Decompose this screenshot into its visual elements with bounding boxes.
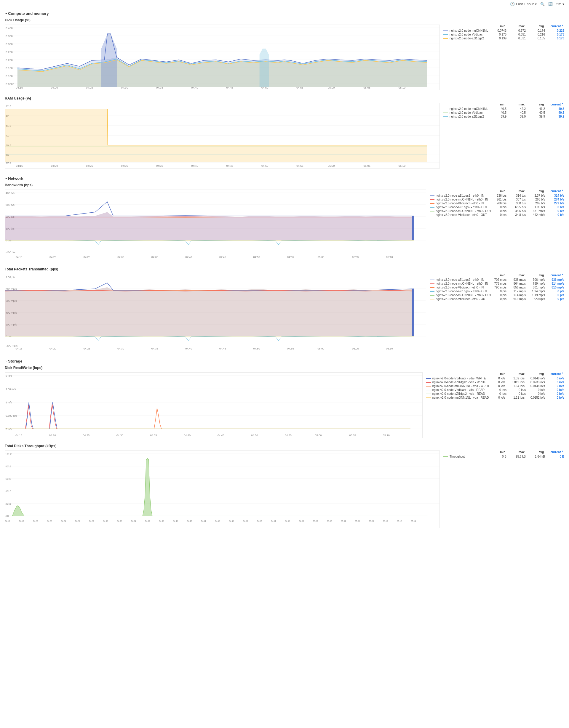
ram-legend-color-1 [443,113,448,113]
svg-text:04:45: 04:45 [219,347,226,350]
svg-text:05:02: 05:02 [327,519,332,522]
svg-text:0.250: 0.250 [6,51,13,54]
disk-io-legend-item-0: nginx-v2.0-node-Vbdiuacr - vda - WRITE 0… [426,377,564,380]
svg-text:04:15: 04:15 [15,434,22,437]
packets-legend-item-4: nginx-v2.0-node-muONN1NL - eth0 - OUT 0 … [430,294,564,297]
svg-text:04:18: 04:18 [19,519,24,522]
disk-io-chart-title: Disk Read/Write (iops) [5,366,564,370]
packets-legend-item-3: nginx-v2.0-node-aZl1dgs2 - eth0 - OUT 0 … [430,290,564,293]
svg-text:04:20: 04:20 [33,519,38,522]
ram-legend-item-1: nginx-v2.0-node-Vbdiuacr 40.5 40.5 40.5 … [443,111,564,114]
svg-text:04:30: 04:30 [103,519,108,522]
ram-legend-item-2: nginx-v2.0-node-aZl1dgs2 39.9 39.9 39.9 … [443,115,564,118]
ram-chart-container: RAM Usage (%) 42.5 42 41.5 41 40.5 40 39… [0,95,569,173]
bandwidth-chart-area: 400 b/s 300 b/s 200 b/s 100 b/s 0 b/s -1… [5,190,564,261]
cpu-legend-color-2 [443,38,448,39]
svg-text:04:50: 04:50 [253,347,260,350]
bandwidth-legend-item-5: nginx-v2.0-node-Vbdiuacr - eth0 - OUT 0 … [430,213,564,217]
bandwidth-svg: 400 b/s 300 b/s 200 b/s 100 b/s 0 b/s -1… [5,190,426,261]
interval-selector[interactable]: 5m ▾ [556,2,564,6]
svg-text:04:45: 04:45 [226,164,233,167]
svg-text:0.400: 0.400 [6,27,13,30]
network-title: ~ Network [5,176,23,181]
refresh-button[interactable]: 🔄 [548,2,553,6]
svg-text:42.5: 42.5 [6,105,11,108]
packets-svg: 1.00 p/s 800 mp/s 600 mp/s 400 mp/s 200 … [5,274,426,351]
svg-text:2 io/s: 2 io/s [6,374,12,377]
svg-text:04:20: 04:20 [51,86,58,89]
disk-io-legend-item-1: nginx-v2.0-node-aZl1dgs2 - vda - WRITE 0… [426,381,564,384]
cpu-svg: 0.400 0.350 0.300 0.250 0.200 0.150 0.10… [5,25,440,90]
compute-section-header[interactable]: ~ Compute and memory [0,8,569,17]
svg-text:04:20: 04:20 [51,164,58,167]
disk-io-legend-item-5: nginx-v2.0-node-muONN1NL - vda - READ 0 … [426,396,564,399]
svg-text:04:26: 04:26 [75,519,80,522]
ram-legend-item-0: nginx-v2.0-node-muONN1NL 40.5 42.2 41.2 … [443,107,564,110]
ram-legend-color-0 [443,109,448,109]
packets-svg-wrapper: 1.00 p/s 800 mp/s 600 mp/s 400 mp/s 200 … [5,274,426,351]
cpu-legend-item-1: nginx-v2.0-node-Vbdiuacr 0.175 0.351 0.2… [443,33,564,36]
svg-text:0.300: 0.300 [6,43,13,46]
disk-throughput-chart-container: Total Disks Throughput (kBps) 100 kB 80 … [0,443,569,533]
bandwidth-svg-wrapper: 400 b/s 300 b/s 200 b/s 100 b/s 0 b/s -1… [5,190,426,261]
disk-throughput-legend-item-0: Throughput 0 B 95.6 kB 1.64 kB 0 B [443,455,564,458]
packets-chart-container: Total Packets Transmitted (pps) 1.00 p/s… [0,266,569,356]
svg-text:04:40: 04:40 [184,434,190,437]
svg-text:04:24: 04:24 [61,519,66,522]
disk-io-chart-container: Disk Read/Write (iops) 2 io/s 1.50 io/s … [0,365,569,443]
svg-text:60 kB: 60 kB [6,477,11,480]
cpu-legend: min max avg current ˅ nginx-v2.0-node-mu… [440,25,564,90]
ram-chart-title: RAM Usage (%) [5,96,564,100]
svg-text:0 B: 0 B [6,515,9,518]
cpu-legend-color-0 [443,31,448,31]
packets-legend-item-1: nginx-v2.0-node-muONN1NL - eth0 - IN 778… [430,282,564,285]
svg-text:04:40: 04:40 [185,256,192,259]
svg-text:04:55: 04:55 [287,347,294,350]
svg-text:05:12: 05:12 [397,519,402,522]
time-range-selector[interactable]: 🕐 Last 1 hour ▾ [510,2,537,6]
bandwidth-legend-item-0: nginx-v2.0-node-aZl1dgs2 - eth0 - IN 236… [430,194,564,197]
cpu-legend-label-0: nginx-v2.0-node-muONN1NL [450,29,488,32]
packets-chart-title: Total Packets Transmitted (pps) [5,267,564,271]
svg-text:04:28: 04:28 [89,519,94,522]
storage-section-header[interactable]: ~ Storage [0,356,569,365]
bandwidth-legend-item-3: nginx-v2.0-node-aZl1dgs2 - eth0 - OUT 0 … [430,206,564,209]
svg-text:04:50: 04:50 [261,86,268,89]
ram-legend-header: min max avg current ˅ [443,103,564,106]
svg-text:04:36: 04:36 [145,519,150,522]
svg-text:04:50: 04:50 [243,519,248,522]
search-button[interactable]: 🔍 [540,2,545,6]
svg-text:04:15: 04:15 [15,256,22,259]
svg-text:400 b/s: 400 b/s [6,192,15,195]
svg-text:04:35: 04:35 [151,347,158,350]
svg-text:04:20: 04:20 [49,347,56,350]
svg-text:04:45: 04:45 [217,434,224,437]
ram-chart-area: 42.5 42 41.5 41 40.5 40 39.5 04:15 04:20… [5,103,564,169]
svg-text:04:58: 04:58 [299,519,304,522]
svg-text:05:08: 05:08 [369,519,374,522]
svg-text:05:10: 05:10 [399,86,406,89]
svg-text:05:10: 05:10 [386,256,393,259]
svg-text:05:10: 05:10 [399,164,406,167]
svg-text:04:30: 04:30 [116,434,123,437]
svg-text:04:55: 04:55 [287,256,294,259]
svg-text:05:00: 05:00 [328,164,335,167]
ram-svg-wrapper: 42.5 42 41.5 41 40.5 40 39.5 04:15 04:20… [5,103,440,169]
svg-text:04:22: 04:22 [47,519,52,522]
svg-text:0.100: 0.100 [6,75,13,78]
packets-legend-header: min max avg current ˅ [430,274,564,277]
svg-text:04:34: 04:34 [131,519,136,522]
svg-text:04:30: 04:30 [121,86,128,89]
storage-title: ~ Storage [5,359,23,363]
svg-text:04:25: 04:25 [86,164,93,167]
refresh-icon: 🔄 [548,2,553,6]
packets-legend-item-2: nginx-v2.0-node-Vbdiuacr - eth0 - IN 790… [430,286,564,289]
svg-text:05:10: 05:10 [386,347,393,350]
cpu-legend-color-1 [443,34,448,35]
packets-chart-area: 1.00 p/s 800 mp/s 600 mp/s 400 mp/s 200 … [5,274,564,351]
svg-rect-100 [412,289,414,336]
svg-text:04:20: 04:20 [49,256,56,259]
network-section-header[interactable]: ~ Network [0,173,569,182]
disk-io-legend-header: min max avg current ˅ [426,372,564,376]
svg-text:100 kB: 100 kB [6,453,12,456]
